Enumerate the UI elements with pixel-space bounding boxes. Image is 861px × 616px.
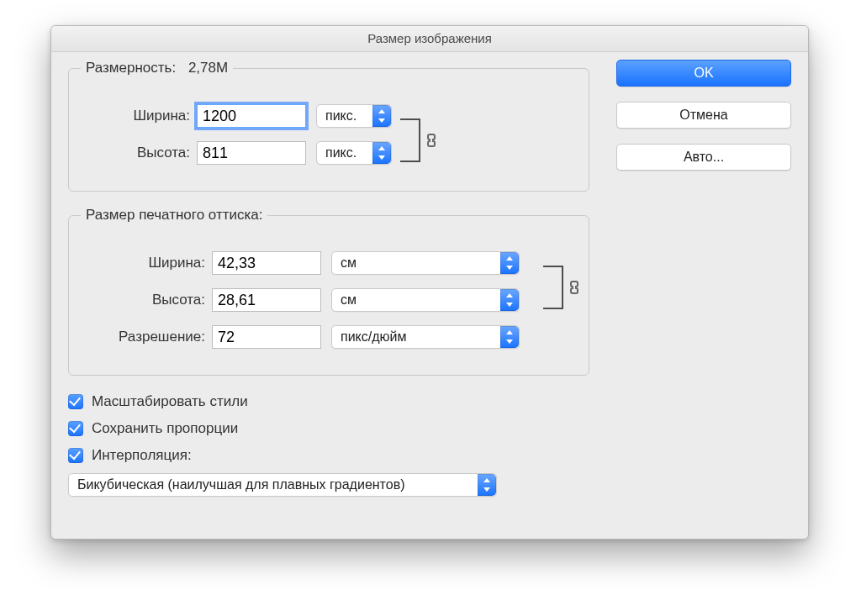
pixel-dimensions-legend: Размерность:	[86, 60, 176, 76]
link-icon	[425, 130, 437, 150]
stepper-icon	[500, 326, 519, 348]
resample-label: Интерполяция:	[92, 447, 192, 464]
link-icon	[568, 277, 580, 297]
resample-checkbox[interactable]	[68, 448, 83, 463]
auto-button[interactable]: Авто...	[616, 144, 791, 171]
pixel-width-input[interactable]	[197, 104, 306, 128]
link-bracket	[543, 266, 563, 309]
stepper-icon	[500, 289, 519, 311]
stepper-icon	[478, 474, 496, 496]
resolution-unit-select[interactable]: пикс/дюйм	[331, 325, 520, 349]
stepper-icon	[372, 105, 391, 127]
scale-styles-checkbox[interactable]	[68, 394, 83, 409]
pixel-height-unit-value: пикс.	[325, 145, 357, 161]
pixel-height-label: Высота:	[81, 145, 197, 161]
interpolation-select[interactable]: Бикубическая (наилучшая для плавных град…	[68, 473, 497, 497]
pixel-dimensions-group: Размерность: 2,78M Ширина: пикс.	[68, 60, 589, 192]
doc-height-unit-value: см	[341, 292, 357, 308]
doc-height-unit-select[interactable]: см	[331, 288, 520, 312]
doc-width-input[interactable]	[212, 251, 321, 275]
resolution-input[interactable]	[212, 325, 321, 349]
stepper-icon	[500, 252, 519, 274]
cancel-button[interactable]: Отмена	[616, 102, 791, 129]
resolution-label: Разрешение:	[81, 329, 212, 345]
pixel-height-unit-select[interactable]: пикс.	[316, 141, 392, 165]
ok-button[interactable]: OK	[616, 60, 791, 87]
pixel-height-input[interactable]	[197, 141, 306, 165]
document-size-group: Размер печатного оттиска: Ширина: см	[68, 207, 589, 376]
constrain-proportions-checkbox[interactable]	[68, 421, 83, 436]
dialog-window: Размер изображения Размерность: 2,78M Ши…	[50, 25, 809, 540]
constrain-proportions-label: Сохранить пропорции	[92, 420, 238, 437]
pixel-width-unit-value: пикс.	[325, 108, 357, 124]
resolution-unit-value: пикс/дюйм	[341, 329, 407, 345]
dialog-title: Размер изображения	[51, 26, 808, 52]
doc-height-label: Высота:	[81, 292, 212, 308]
interpolation-value: Бикубическая (наилучшая для плавных град…	[77, 477, 404, 492]
stepper-icon	[372, 142, 391, 164]
pixel-dimensions-size: 2,78M	[188, 60, 228, 76]
pixel-width-label: Ширина:	[81, 108, 197, 124]
document-size-legend: Размер печатного оттиска:	[86, 207, 262, 223]
doc-width-unit-select[interactable]: см	[331, 251, 520, 275]
scale-styles-label: Масштабировать стили	[92, 393, 248, 410]
doc-width-label: Ширина:	[81, 255, 212, 271]
link-bracket	[400, 118, 420, 162]
doc-height-input[interactable]	[212, 288, 321, 312]
pixel-width-unit-select[interactable]: пикс.	[316, 104, 392, 128]
doc-width-unit-value: см	[341, 255, 357, 271]
